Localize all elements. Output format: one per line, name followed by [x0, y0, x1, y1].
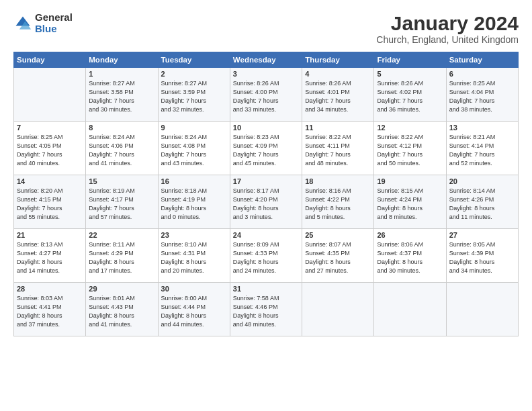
day-info-line: Sunrise: 8:11 AM	[89, 241, 135, 248]
day-info: Sunrise: 8:27 AMSunset: 3:58 PMDaylight:…	[89, 79, 154, 114]
day-info-line: and 27 minutes.	[305, 267, 348, 274]
day-info-line: and 34 minutes.	[449, 267, 492, 274]
day-cell: 22Sunrise: 8:11 AMSunset: 4:29 PMDayligh…	[86, 229, 158, 283]
day-cell: 26Sunrise: 8:06 AMSunset: 4:37 PMDayligh…	[374, 229, 446, 283]
day-info-line: Sunrise: 8:20 AM	[17, 187, 63, 194]
day-info-line: and 48 minutes.	[305, 160, 348, 167]
day-cell: 21Sunrise: 8:13 AMSunset: 4:27 PMDayligh…	[14, 229, 86, 283]
day-info-line: Sunset: 4:41 PM	[17, 304, 62, 310]
day-cell: 14Sunrise: 8:20 AMSunset: 4:15 PMDayligh…	[14, 175, 86, 229]
day-info-line: and 41 minutes.	[89, 160, 132, 167]
day-info-line: Daylight: 8 hours	[305, 259, 351, 265]
day-info-line: and 57 minutes.	[89, 214, 132, 220]
day-info-line: Daylight: 8 hours	[161, 259, 207, 265]
day-info-line: Daylight: 7 hours	[233, 97, 279, 104]
day-info: Sunrise: 8:23 AMSunset: 4:09 PMDaylight:…	[233, 133, 299, 168]
day-info-line: and 0 minutes.	[161, 214, 201, 220]
day-info: Sunrise: 8:01 AMSunset: 4:43 PMDaylight:…	[89, 294, 154, 329]
day-info-line: and 43 minutes.	[161, 160, 204, 167]
day-info-line: Sunrise: 8:05 AM	[449, 241, 496, 248]
day-info-line: Sunset: 4:43 PM	[89, 304, 134, 310]
day-number: 7	[17, 124, 83, 132]
day-info-line: Sunset: 4:33 PM	[233, 250, 278, 257]
day-cell: 28Sunrise: 8:03 AMSunset: 4:41 PMDayligh…	[14, 283, 86, 336]
day-number: 6	[449, 70, 515, 78]
day-info-line: Sunrise: 8:26 AM	[305, 80, 351, 87]
day-number: 25	[305, 231, 371, 239]
day-info-line: Daylight: 7 hours	[449, 97, 495, 104]
day-info-line: and 50 minutes.	[377, 160, 420, 167]
day-info-line: Daylight: 8 hours	[377, 259, 423, 265]
day-info-line: Sunrise: 8:03 AM	[17, 295, 63, 302]
day-cell	[14, 68, 86, 122]
day-info-line: Sunrise: 8:17 AM	[233, 187, 279, 194]
day-cell: 15Sunrise: 8:19 AMSunset: 4:17 PMDayligh…	[86, 175, 158, 229]
day-info-line: and 34 minutes.	[305, 106, 348, 113]
day-info-line: Sunset: 4:06 PM	[89, 142, 134, 149]
day-cell	[374, 283, 446, 336]
day-info-line: Sunrise: 8:26 AM	[377, 80, 423, 87]
col-header-wednesday: Wednesday	[230, 52, 302, 68]
day-cell: 27Sunrise: 8:05 AMSunset: 4:39 PMDayligh…	[446, 229, 518, 283]
day-info: Sunrise: 8:22 AMSunset: 4:12 PMDaylight:…	[377, 133, 443, 168]
day-info: Sunrise: 8:05 AMSunset: 4:39 PMDaylight:…	[449, 240, 515, 275]
day-cell	[302, 283, 374, 336]
day-info-line: Sunrise: 8:21 AM	[449, 134, 496, 140]
day-info: Sunrise: 8:25 AMSunset: 4:05 PMDaylight:…	[17, 133, 83, 168]
day-info-line: and 17 minutes.	[89, 267, 132, 274]
day-info: Sunrise: 8:13 AMSunset: 4:27 PMDaylight:…	[17, 240, 83, 275]
day-info-line: Daylight: 8 hours	[449, 205, 495, 212]
day-info-line: Daylight: 7 hours	[89, 151, 134, 158]
day-info-line: Sunset: 4:15 PM	[17, 196, 62, 203]
day-cell: 8Sunrise: 8:24 AMSunset: 4:06 PMDaylight…	[86, 122, 158, 175]
day-number: 11	[305, 124, 371, 132]
day-info-line: Daylight: 8 hours	[89, 259, 134, 265]
day-cell: 25Sunrise: 8:07 AMSunset: 4:35 PMDayligh…	[302, 229, 374, 283]
day-number: 22	[89, 231, 154, 239]
day-info-line: Sunrise: 8:01 AM	[89, 295, 135, 302]
day-number: 21	[17, 231, 83, 239]
day-info-line: Daylight: 7 hours	[233, 151, 279, 158]
day-info-line: Sunset: 4:01 PM	[305, 89, 350, 95]
day-cell	[446, 283, 518, 336]
day-info-line: Sunrise: 8:09 AM	[233, 241, 279, 248]
logo-general-label: General	[35, 12, 73, 24]
day-number: 8	[89, 124, 154, 132]
day-info-line: Daylight: 8 hours	[161, 312, 207, 319]
day-info-line: and 20 minutes.	[161, 267, 204, 274]
day-info-line: Daylight: 7 hours	[89, 205, 134, 212]
logo-icon	[13, 14, 32, 33]
day-number: 10	[233, 124, 299, 132]
day-info-line: Daylight: 8 hours	[233, 312, 279, 319]
day-info: Sunrise: 8:09 AMSunset: 4:33 PMDaylight:…	[233, 240, 299, 275]
day-info: Sunrise: 8:20 AMSunset: 4:15 PMDaylight:…	[17, 187, 83, 222]
day-info: Sunrise: 8:25 AMSunset: 4:04 PMDaylight:…	[449, 79, 515, 114]
day-info-line: Sunrise: 8:06 AM	[377, 241, 423, 248]
day-cell: 5Sunrise: 8:26 AMSunset: 4:02 PMDaylight…	[374, 68, 446, 122]
header-row: SundayMondayTuesdayWednesdayThursdayFrid…	[14, 52, 519, 68]
day-info-line: Daylight: 8 hours	[161, 205, 207, 212]
calendar-subtitle: Church, England, United Kingdom	[376, 34, 519, 45]
day-cell: 4Sunrise: 8:26 AMSunset: 4:01 PMDaylight…	[302, 68, 374, 122]
week-row-1: 1Sunrise: 8:27 AMSunset: 3:58 PMDaylight…	[14, 68, 519, 122]
day-cell: 12Sunrise: 8:22 AMSunset: 4:12 PMDayligh…	[374, 122, 446, 175]
day-info-line: Sunset: 4:24 PM	[377, 196, 422, 203]
day-info-line: Sunrise: 8:27 AM	[89, 80, 135, 87]
day-info: Sunrise: 8:14 AMSunset: 4:26 PMDaylight:…	[449, 187, 515, 222]
day-info-line: and 48 minutes.	[233, 321, 276, 328]
day-info-line: Sunrise: 7:58 AM	[233, 295, 279, 302]
day-cell: 6Sunrise: 8:25 AMSunset: 4:04 PMDaylight…	[446, 68, 518, 122]
calendar-table: SundayMondayTuesdayWednesdayThursdayFrid…	[13, 52, 519, 336]
day-info-line: Sunrise: 8:25 AM	[17, 134, 63, 140]
day-info-line: Sunset: 4:02 PM	[377, 89, 422, 95]
day-info-line: and 3 minutes.	[233, 214, 273, 220]
day-cell: 17Sunrise: 8:17 AMSunset: 4:20 PMDayligh…	[230, 175, 302, 229]
day-info-line: Sunrise: 8:18 AM	[161, 187, 208, 194]
day-info-line: Sunrise: 8:14 AM	[449, 187, 496, 194]
day-info-line: Sunset: 3:59 PM	[161, 89, 206, 95]
day-info-line: Sunrise: 8:16 AM	[305, 187, 351, 194]
day-info-line: Sunrise: 8:13 AM	[17, 241, 63, 248]
day-info-line: Daylight: 8 hours	[449, 259, 495, 265]
day-cell: 13Sunrise: 8:21 AMSunset: 4:14 PMDayligh…	[446, 122, 518, 175]
day-number: 1	[89, 70, 154, 78]
